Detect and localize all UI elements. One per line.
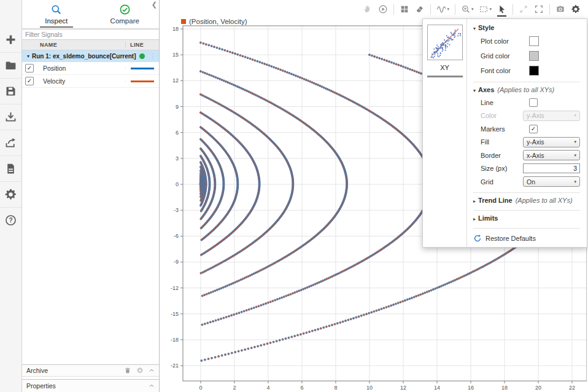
open-button[interactable] (0, 53, 21, 79)
svg-text:0: 0 (176, 181, 179, 187)
plot-toolbar: ▾ ▾ ▾ (363, 0, 588, 18)
replay-button[interactable] (378, 4, 388, 14)
xy-selected-underline (427, 76, 463, 77)
signal-table-header: NAME LINE (22, 40, 159, 50)
zoom-in-button[interactable]: ▾ (461, 4, 474, 14)
visualization-settings-popup: XY ▾ Style Plot color Grid color Font co… (422, 18, 587, 248)
font-color-row: Font color (473, 63, 580, 78)
collapse-sidebar-chevron[interactable]: ❮ (152, 1, 157, 8)
zoom-in-icon (461, 4, 471, 14)
tab-compare[interactable]: Compare (91, 0, 160, 28)
tab-compare-label: Compare (110, 17, 139, 25)
line-checkbox[interactable] (529, 98, 538, 107)
chevron-down-icon: ▾ (473, 88, 476, 93)
chevron-down-icon: ▾ (574, 153, 576, 158)
tab-inspect[interactable]: Inspect (22, 0, 91, 28)
archive-gear-icon[interactable] (136, 367, 144, 374)
signals-menu-button[interactable]: ▾ (436, 4, 449, 14)
run-options-kebab[interactable]: ⋮ (149, 53, 156, 60)
marquee-icon (479, 4, 489, 14)
restore-view-button[interactable] (519, 4, 528, 14)
svg-text:20: 20 (535, 385, 541, 391)
svg-text:0: 0 (199, 385, 202, 391)
column-header-line: LINE (125, 42, 159, 48)
pointer-button[interactable] (497, 4, 507, 14)
trash-icon[interactable] (124, 367, 131, 374)
chevron-down-icon: ▾ (574, 139, 576, 144)
layout-grid-button[interactable] (400, 4, 409, 14)
save-button[interactable] (0, 79, 21, 104)
signal-row-position[interactable]: Position (22, 62, 159, 75)
settings-gear-icon (571, 4, 581, 14)
markers-row: Markers (473, 122, 580, 136)
pan-button[interactable] (363, 4, 373, 14)
limits-section-header[interactable]: ▸ Limits (473, 214, 580, 224)
velocity-line-sample (131, 80, 154, 82)
properties-collapse-chevron-icon[interactable] (149, 383, 155, 389)
sidebar: Inspect Compare ❮ NAME LINE ▾ Run 1: ex_… (22, 0, 160, 392)
chevron-right-icon: ▸ (473, 216, 476, 222)
help-icon (4, 214, 17, 227)
run-label: Run 1: ex_sldemo_bounce[Current] (32, 53, 139, 60)
velocity-checkbox[interactable] (25, 77, 34, 85)
restore-icon (473, 234, 482, 243)
border-dropdown[interactable]: x-Axis▾ (523, 150, 580, 160)
trend-line-section-header[interactable]: ▸ Trend Line (Applies to all XYs) (473, 197, 580, 206)
marker-size-input[interactable] (523, 163, 580, 173)
preferences-button[interactable] (0, 182, 21, 208)
run-expand-caret[interactable]: ▾ (27, 53, 29, 59)
fullscreen-icon (534, 4, 544, 14)
report-button[interactable] (0, 156, 21, 182)
export-button[interactable] (0, 130, 21, 156)
grid-color-row: Grid color (473, 49, 580, 63)
filter-signals-input[interactable] (22, 29, 159, 40)
properties-bar[interactable]: Properties (22, 379, 159, 392)
position-checkbox[interactable] (25, 64, 34, 73)
border-row: Border x-Axis▾ (473, 149, 580, 162)
axes-section-header[interactable]: ▾ Axes (Applies to all XYs) (473, 86, 580, 96)
cursor-icon (497, 4, 507, 14)
restore-defaults-button[interactable]: Restore Defaults (473, 234, 580, 243)
svg-text:6: 6 (176, 130, 179, 136)
export-icon (4, 136, 17, 149)
snapshot-button[interactable] (555, 4, 565, 14)
svg-text:16: 16 (468, 385, 474, 391)
fit-to-view-button[interactable]: ▾ (479, 4, 492, 14)
help-button[interactable] (0, 208, 21, 233)
svg-text:18: 18 (501, 385, 508, 391)
magnifier-icon (50, 4, 62, 15)
grid-row: Grid On▾ (473, 175, 580, 189)
color-row: Color y-Axis▾ (473, 109, 580, 123)
svg-text:-3: -3 (174, 207, 179, 213)
plot-color-swatch[interactable] (529, 36, 539, 46)
grid-color-swatch[interactable] (529, 51, 539, 61)
simulation-data-inspector-window: Inspect Compare ❮ NAME LINE ▾ Run 1: ex_… (0, 0, 588, 392)
signal-row-velocity[interactable]: Velocity (22, 75, 159, 88)
svg-text:12: 12 (400, 385, 406, 391)
chevron-down-icon: ▾ (471, 7, 474, 12)
svg-text:22: 22 (569, 385, 575, 391)
visualization-settings-button[interactable] (571, 4, 581, 14)
clear-plots-button[interactable] (415, 4, 425, 14)
fullscreen-button[interactable] (534, 4, 544, 14)
import-button[interactable] (0, 104, 21, 130)
wave-icon (436, 4, 446, 14)
svg-text:9: 9 (176, 104, 179, 110)
font-color-swatch[interactable] (529, 66, 539, 76)
line-row: Line (473, 96, 580, 109)
svg-text:12: 12 (172, 77, 179, 84)
svg-text:6: 6 (300, 385, 303, 391)
style-section-header[interactable]: ▾ Style (473, 24, 580, 34)
color-dropdown[interactable]: y-Axis▾ (523, 111, 580, 121)
svg-text:4: 4 (266, 385, 269, 391)
xy-visualization-thumbnail[interactable] (427, 25, 463, 60)
archive-collapse-chevron-icon[interactable] (149, 367, 155, 374)
svg-text:3: 3 (176, 155, 179, 162)
markers-checkbox[interactable] (529, 125, 538, 133)
run-row[interactable]: ▾ Run 1: ex_sldemo_bounce[Current] ⋮ (22, 50, 159, 62)
fill-dropdown[interactable]: y-Axis▾ (523, 137, 580, 147)
archive-bar[interactable]: Archive (22, 364, 159, 377)
fill-row: Fill y-Axis▾ (473, 136, 580, 149)
grid-dropdown[interactable]: On▾ (523, 176, 580, 187)
add-button[interactable] (0, 27, 21, 53)
